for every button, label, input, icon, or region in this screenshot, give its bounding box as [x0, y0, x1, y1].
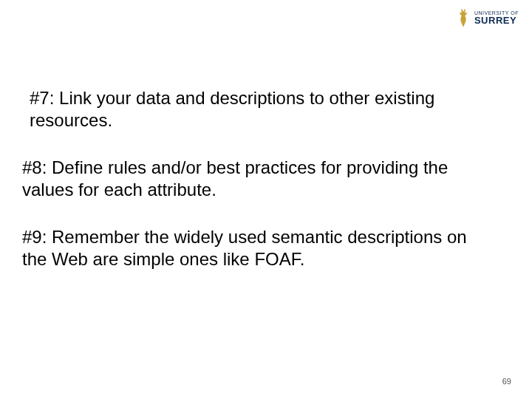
- slide-content: #7: Link your data and descriptions to o…: [22, 87, 488, 296]
- item-9: #9: Remember the widely used semantic de…: [22, 226, 488, 270]
- logo-text: UNIVERSITY OF SURREY: [474, 10, 519, 25]
- stag-icon: [455, 7, 471, 28]
- item-8: #8: Define rules and/or best practices f…: [22, 157, 488, 201]
- logo-line2: SURREY: [474, 16, 519, 25]
- university-logo: UNIVERSITY OF SURREY: [455, 7, 519, 28]
- item-7: #7: Link your data and descriptions to o…: [22, 87, 488, 132]
- page-number: 69: [502, 377, 511, 386]
